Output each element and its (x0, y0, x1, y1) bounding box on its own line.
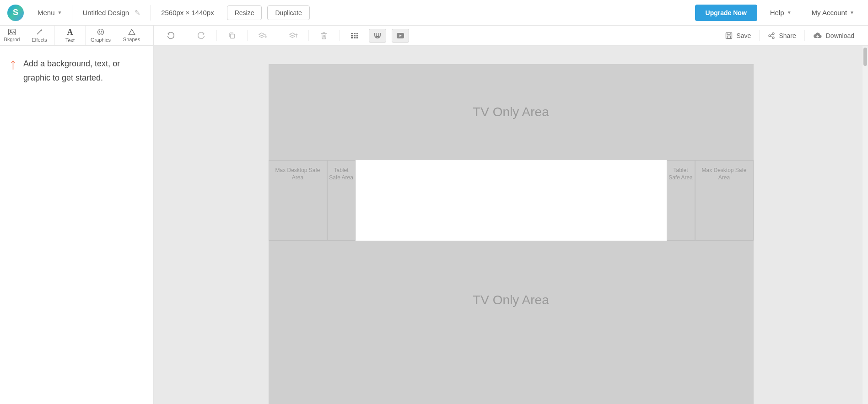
safe-area-row: Max Desktop Safe Area Tablet Safe Area T… (269, 160, 754, 241)
dimensions-group: 2560px × 1440px (151, 4, 224, 22)
save-button[interactable]: Save (717, 29, 759, 43)
app-logo[interactable]: S (7, 5, 24, 21)
max-desktop-safe-left: Max Desktop Safe Area (269, 160, 327, 241)
design-title: Untitled Design (82, 9, 129, 16)
pencil-icon: ✎ (135, 9, 140, 17)
logo-letter: S (13, 8, 18, 17)
safe-label: Max Desktop Safe Area (695, 167, 753, 181)
help-dropdown[interactable]: Help ▼ (760, 4, 802, 22)
svg-rect-11 (356, 35, 358, 36)
cloud-download-icon (813, 32, 822, 39)
save-icon (725, 32, 733, 39)
copy-button[interactable] (223, 29, 241, 43)
account-label: My Account (812, 9, 847, 16)
svg-point-19 (772, 32, 774, 34)
safe-label: Tablet Safe Area (667, 167, 695, 181)
tab-label: Effects (32, 37, 47, 43)
safe-label: Max Desktop Safe Area (269, 167, 327, 181)
svg-point-21 (772, 37, 774, 38)
caret-down-icon: ▼ (850, 10, 854, 15)
tab-label: Graphics (91, 37, 111, 43)
tab-graphics[interactable]: Graphics (86, 26, 116, 45)
tab-shapes[interactable]: Shapes (116, 26, 147, 45)
side-panel: ↑ Add a background, text, or graphic to … (0, 46, 154, 404)
delete-button[interactable] (315, 29, 333, 43)
layer-up-button[interactable] (285, 29, 302, 43)
svg-point-3 (99, 31, 100, 32)
main-area: ↑ Add a background, text, or graphic to … (0, 46, 868, 404)
menu-label: Menu (38, 9, 55, 16)
canvas-viewport[interactable]: TV Only Area Max Desktop Safe Area Table… (154, 46, 868, 404)
caret-down-icon: ▼ (58, 10, 62, 15)
separator (278, 30, 278, 41)
triangle-icon (128, 29, 135, 35)
resize-button[interactable]: Resize (227, 5, 262, 20)
tab-background[interactable]: Bkgrnd (0, 26, 24, 45)
grid-button[interactable] (346, 29, 363, 43)
svg-rect-18 (728, 36, 731, 38)
safe-label: Tablet Safe Area (328, 167, 355, 181)
help-label: Help (770, 9, 784, 16)
right-actions: Save Share Download (717, 29, 863, 43)
duplicate-button[interactable]: Duplicate (267, 5, 309, 20)
arrow-up-icon: ↑ (9, 56, 17, 393)
separator (308, 30, 309, 41)
content-safe-area[interactable] (356, 160, 667, 241)
tab-text[interactable]: A Text (55, 26, 86, 45)
design-title-group[interactable]: Untitled Design✎ (72, 4, 151, 22)
tablet-safe-right: Tablet Safe Area (667, 160, 695, 241)
svg-point-4 (102, 31, 102, 32)
left-tool-tabs: Bkgrnd Effects A Text Graphics Shapes (0, 26, 154, 45)
snap-toggle[interactable] (369, 29, 386, 43)
image-icon (8, 29, 16, 35)
svg-point-1 (10, 30, 11, 32)
youtube-overlay-toggle[interactable] (392, 29, 409, 43)
download-label: Download (826, 32, 854, 39)
account-dropdown[interactable]: My Account ▼ (802, 4, 864, 22)
max-desktop-safe-right: Max Desktop Safe Area (695, 160, 754, 241)
undo-button[interactable] (162, 29, 179, 43)
svg-rect-8 (356, 33, 358, 34)
tv-only-area-top: TV Only Area (269, 64, 754, 160)
separator (339, 30, 340, 41)
svg-rect-6 (351, 33, 353, 34)
tab-label: Shapes (123, 37, 140, 42)
svg-point-20 (769, 35, 771, 37)
svg-rect-14 (356, 37, 358, 38)
caret-down-icon: ▼ (787, 10, 792, 15)
separator (247, 30, 248, 41)
svg-rect-12 (351, 37, 353, 38)
smiley-icon (97, 28, 104, 36)
share-button[interactable]: Share (760, 29, 804, 43)
action-bar: Save Share Download (154, 26, 868, 45)
tv-only-area-bottom: TV Only Area (269, 241, 754, 360)
svg-point-2 (98, 29, 104, 35)
dimensions-text: 2560px × 1440px (161, 9, 214, 16)
share-icon (768, 32, 775, 39)
tool-row: Bkgrnd Effects A Text Graphics Shapes (0, 26, 868, 46)
svg-rect-7 (354, 33, 356, 34)
hint-text: Add a background, text, or graphic to ge… (23, 57, 144, 393)
menu-dropdown[interactable]: Menu ▼ (27, 4, 72, 22)
svg-rect-5 (231, 34, 235, 38)
tv-only-label: TV Only Area (473, 293, 549, 307)
layer-down-button[interactable] (254, 29, 271, 43)
artboard[interactable]: TV Only Area Max Desktop Safe Area Table… (269, 64, 754, 404)
wand-icon (36, 28, 43, 36)
top-bar: S Menu ▼ Untitled Design✎ 2560px × 1440p… (0, 0, 868, 26)
download-button[interactable]: Download (805, 29, 863, 43)
tablet-safe-left: Tablet Safe Area (327, 160, 356, 241)
scrollbar-thumb[interactable] (863, 48, 867, 66)
text-icon: A (67, 28, 73, 36)
vertical-scrollbar[interactable] (863, 46, 868, 404)
tab-effects[interactable]: Effects (24, 26, 55, 45)
svg-rect-13 (354, 37, 356, 38)
svg-rect-9 (351, 35, 353, 36)
tv-only-label: TV Only Area (473, 105, 549, 119)
upgrade-button[interactable]: Upgrade Now (695, 5, 757, 21)
svg-rect-10 (354, 35, 356, 36)
redo-button[interactable] (193, 29, 210, 43)
separator (186, 30, 186, 41)
tab-label: Bkgrnd (4, 37, 20, 42)
separator (216, 30, 217, 41)
